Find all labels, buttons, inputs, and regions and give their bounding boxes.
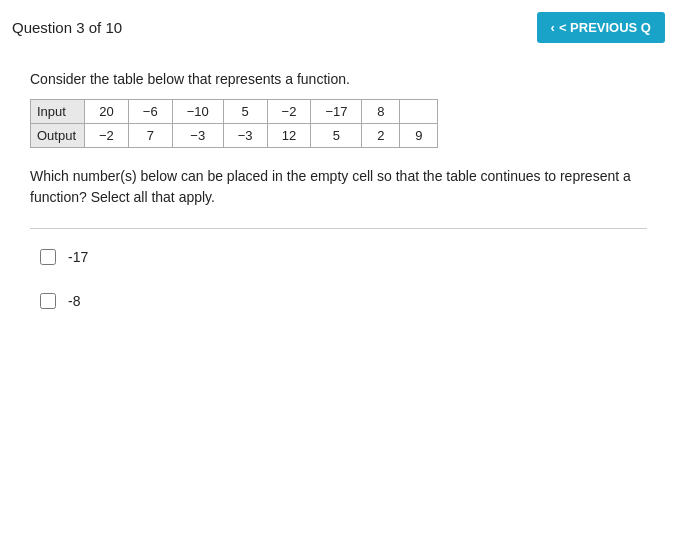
answer-label-2: -8	[68, 293, 80, 309]
table-cell: −6	[128, 100, 172, 124]
table-cell: 2	[362, 124, 400, 148]
answer-options-container: -17 -8	[30, 249, 647, 309]
table-cell: −2	[85, 124, 129, 148]
question-intro: Consider the table below that represents…	[30, 71, 647, 87]
main-content: Consider the table below that represents…	[0, 51, 677, 357]
table-cell: 9	[400, 124, 438, 148]
answer-option-2[interactable]: -8	[40, 293, 637, 309]
function-table: Input 20 −6 −10 5 −2 −17 8 Output −2 7 −…	[30, 99, 438, 148]
row-label-input: Input	[31, 100, 85, 124]
checkbox-option-2[interactable]	[40, 293, 56, 309]
table-cell: −2	[267, 100, 311, 124]
table-cell: −17	[311, 100, 362, 124]
table-cell: 12	[267, 124, 311, 148]
answer-option-1[interactable]: -17	[40, 249, 637, 265]
chevron-left-icon: ‹	[551, 20, 555, 35]
table-cell: 5	[311, 124, 362, 148]
table-cell: 20	[85, 100, 129, 124]
checkbox-option-1[interactable]	[40, 249, 56, 265]
prompt-text: Which number(s) below can be placed in t…	[30, 166, 647, 208]
table-cell: 7	[128, 124, 172, 148]
table-cell: −3	[223, 124, 267, 148]
table-cell: −3	[172, 124, 223, 148]
empty-input-cell	[400, 100, 438, 124]
divider	[30, 228, 647, 229]
page-header: Question 3 of 10 ‹ < PREVIOUS Q	[0, 0, 677, 51]
question-counter: Question 3 of 10	[12, 19, 122, 36]
table-row-output: Output −2 7 −3 −3 12 5 2 9	[31, 124, 438, 148]
table-cell: −10	[172, 100, 223, 124]
table-row-input: Input 20 −6 −10 5 −2 −17 8	[31, 100, 438, 124]
prev-button-label: < PREVIOUS Q	[559, 20, 651, 35]
table-cell: 5	[223, 100, 267, 124]
row-label-output: Output	[31, 124, 85, 148]
table-cell: 8	[362, 100, 400, 124]
answer-label-1: -17	[68, 249, 88, 265]
previous-button[interactable]: ‹ < PREVIOUS Q	[537, 12, 665, 43]
